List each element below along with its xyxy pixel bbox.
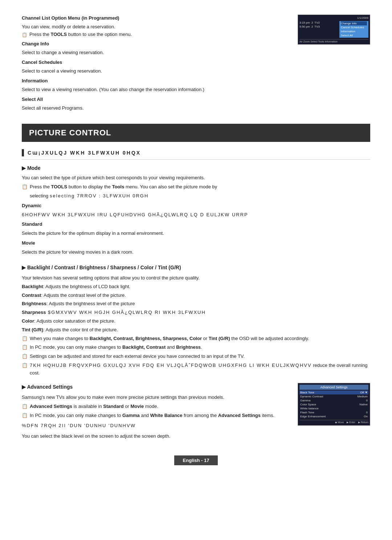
picture-menu-heading: Cɯ¡JXULQJ WKH 3LFWXUH 0HQX: [22, 149, 370, 160]
movie-label: Movie: [22, 240, 35, 246]
advanced-intro: Samsung's new TVs allow you to make even…: [22, 394, 290, 401]
picture-control-banner: PICTURE CONTROL: [22, 124, 370, 142]
adv-value-flashtone: 0: [366, 411, 368, 414]
adv-footer-move: ◆ Move: [335, 421, 344, 424]
advanced-encoded-line: %DFN 7RQH 2II 'DUN 'DUNHU 'DUNHVW: [22, 422, 290, 430]
select-all-text: Select all reserved Programs.: [22, 105, 290, 112]
page-footer: English - 17: [22, 453, 370, 468]
advanced-note1-text: Advanced Settings is available in Standa…: [30, 403, 158, 410]
note-icon: 📋: [22, 412, 28, 420]
adv-row-blacktone: Black Tone Off ▼: [299, 390, 368, 394]
movie-subsection: Movie Selects the picture for viewing mo…: [22, 240, 370, 256]
adv-footer-return: ▶ Return: [358, 421, 368, 424]
footer-badge: English - 17: [174, 455, 218, 465]
contrast-line: Contrast: Adjusts the contrast level of …: [22, 292, 370, 299]
note-icon: 📋: [22, 353, 28, 360]
channel-note1: 📋 Press the TOOLS button to use the opti…: [22, 32, 290, 37]
adv-label-gamma: Gamma: [300, 399, 310, 402]
change-info-label: Change Info: [22, 40, 290, 48]
note-icon: 📋: [22, 183, 28, 191]
backlight-note4: 📋 7KH HQHUJB FRQVXPHG GXULQJ XVH FDQ EH …: [22, 362, 370, 377]
backlight-note4-text: 7KH HQHUJB FRQVXPHG GXULQJ XVH FDQ EH VL…: [30, 362, 370, 377]
brightness-line: Brightness: Adjusts the brightness level…: [22, 300, 370, 308]
menu-item-select-all: Select All: [341, 33, 367, 37]
select-all-label: Select All: [22, 96, 290, 103]
adv-value-colorspace: Native: [359, 403, 368, 406]
color-line: Color: Adjusts color saturation of the p…: [22, 318, 370, 325]
backlight-note3-text: Settings can be adjusted and stored for …: [30, 353, 245, 360]
row1-time: 3:15 pm: [299, 21, 310, 24]
advanced-screenshot: Advanced Settings Black Tone Off ▼ Dynam…: [298, 383, 370, 442]
advanced-note2: 📋 In PC mode, you can only make changes …: [22, 412, 290, 420]
adv-title-bar: Advanced Settings: [299, 385, 368, 390]
screenshot-footer: Air Zoom Select Tools Information: [299, 39, 368, 43]
adv-label-blacktone: Black Tone: [300, 391, 314, 394]
adv-row-dynamiccontrast: Dynamic Contrast Medium: [299, 394, 368, 398]
cancel-schedules-text: Select to cancel a viewing reservation.: [22, 68, 290, 75]
adv-value-dynamiccontrast: Medium: [358, 395, 368, 398]
left-bar-icon: [22, 149, 24, 156]
screenshot-box: 1/1/2009 3:15 pm 2 TV2 5:50 pm 2 TV3 Cha: [298, 15, 370, 45]
mode-heading: ▶ Mode: [22, 164, 370, 172]
menu-item-cancel-schedules: Cancel Schedules: [341, 25, 367, 29]
backlight-note1: 📋 When you make changes to Backlight, Co…: [22, 335, 370, 343]
backlight-section: ▶ Backlight / Contrast / Brightness / Sh…: [22, 263, 370, 377]
row2-name: TV3: [314, 25, 320, 28]
row1-name: TV2: [314, 21, 320, 24]
adv-value-gamma: 0: [366, 399, 368, 402]
note-icon: 📋: [22, 403, 28, 410]
adv-row-gamma: Gamma 0: [299, 398, 368, 402]
menu-item-change-info: Change Info: [341, 21, 367, 25]
adv-row-edgeenhancement: Edge Enhancement On: [299, 414, 368, 418]
screenshot-row2: 5:50 pm 2 TV3: [299, 25, 338, 28]
backlight-note2-text: In PC mode, you can only make changes to…: [30, 344, 202, 351]
adv-footer-enter: ▶ Enter: [347, 421, 355, 424]
backlight-note3: 📋 Settings can be adjusted and stored fo…: [22, 353, 370, 360]
backlight-intro: Your television has several setting opti…: [22, 274, 370, 282]
mode-note1-encoded: selecting selecting 7RROV : 3LFWXUH 0RGH: [30, 192, 370, 200]
advanced-note2-text: In PC mode, you can only make changes to…: [30, 412, 274, 420]
advanced-text: ▶ Advanced Settings Samsung's new TVs al…: [22, 383, 290, 442]
backlight-heading: ▶ Backlight / Contrast / Brightness / Sh…: [22, 263, 370, 271]
subheading-text: Cɯ¡JXULQJ WKH 3LFWXUH 0HQX: [28, 150, 141, 156]
mode-note1-text: Press the TOOLS button to display the To…: [30, 183, 217, 191]
note-icon: 📋: [22, 362, 28, 369]
advanced-note1: 📋 Advanced Settings is available in Stan…: [22, 403, 290, 410]
note-icon: 📋: [22, 32, 27, 37]
mode-note1: 📋 Press the TOOLS button to display the …: [22, 183, 370, 191]
movie-text: Selects the picture for viewing movies i…: [22, 249, 370, 256]
adv-value-edgeenhancement: On: [364, 415, 368, 418]
row1-ch: 2: [311, 21, 313, 24]
adv-label-dynamiccontrast: Dynamic Contrast: [300, 395, 323, 398]
channel-note1-text: Press the TOOLS button to use the option…: [29, 32, 132, 37]
adv-row-flashtone: Flash Tone 0: [299, 410, 368, 414]
channel-screenshot: 1/1/2009 3:15 pm 2 TV2 5:50 pm 2 TV3 Cha: [298, 15, 370, 113]
mode-intro: You can select the type of picture which…: [22, 174, 370, 182]
note-icon: 📋: [22, 335, 28, 343]
adv-screenshot-box: Advanced Settings Black Tone Off ▼ Dynam…: [298, 383, 370, 426]
advanced-heading: ▶ Advanced Settings: [22, 383, 290, 391]
tint-line: Tint (G/R): Adjusts the color tint of th…: [22, 326, 370, 334]
change-info-text: Select to change a viewing reservation.: [22, 49, 290, 56]
adv-label-flashtone: Flash Tone: [300, 411, 314, 414]
sharpness-line: Sharpness $GMXVWV WKH HGJH GHÃ¿QLWLRQ RI…: [22, 309, 370, 316]
dynamic-label: Dynamic: [22, 203, 41, 208]
adv-value-blacktone: Off ▼: [360, 391, 368, 394]
adv-footer: ◆ Move ▶ Enter ▶ Return: [299, 420, 368, 424]
backlight-line: Backlight: Adjusts the brightness of LCD…: [22, 283, 370, 291]
adv-label-colorspace: Color Space: [300, 403, 316, 406]
channel-intro: You can view, modify or delete a reserva…: [22, 23, 290, 30]
menu-item-information: Information: [341, 29, 367, 33]
dynamic-encoded: 6HOHFWV WKH 3LFWXUH IRU LQFUHDVHG GHÃ¿QL…: [22, 211, 370, 219]
menu-overlay: Change Info Cancel Schedules Information…: [339, 21, 368, 38]
dynamic-subsection: Dynamic 6HOHFWV WKH 3LFWXUH IRU LQFUHDVH…: [22, 202, 370, 219]
advanced-desc: You can select the black level on the sc…: [22, 433, 290, 440]
cancel-schedules-label: Cancel Schedules: [22, 59, 290, 66]
note-icon: 📋: [22, 344, 28, 351]
information-label: Information: [22, 77, 290, 85]
adv-label-edgeenhancement: Edge Enhancement: [300, 415, 326, 418]
backlight-note1-text: When you make changes to Backlight, Cont…: [30, 335, 309, 343]
standard-text: Selects the picture for the optimum disp…: [22, 230, 370, 237]
channel-section: Channel List Option Menu (in Programmed)…: [22, 15, 370, 113]
screenshot-footer-text: Air Zoom Select Tools Information: [299, 40, 338, 43]
